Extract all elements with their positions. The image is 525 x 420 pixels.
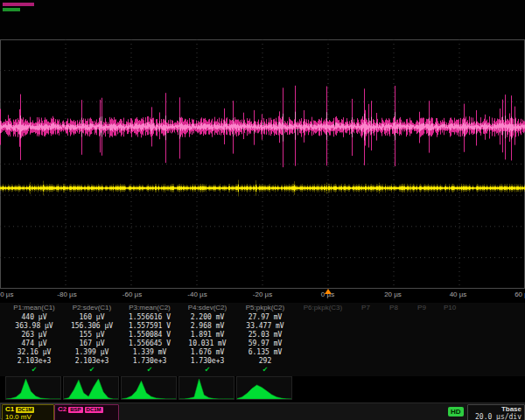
measure-column-4[interactable]: P4:sdev(C2)2.200 mV2.968 mV1.891 mV10.03… [178, 303, 236, 374]
measure-column-3[interactable]: P3:mean(C2)1.556616 V1.557591 V1.550084 … [121, 303, 178, 374]
measure-header[interactable]: P10 [444, 303, 456, 313]
measure-value: 440 µV [22, 313, 47, 322]
trigger-position-marker[interactable] [325, 289, 332, 294]
measure-value: 155 µV [80, 331, 105, 340]
measure-column-2[interactable]: P2:sdev(C1)160 µV156.306 µV155 µV167 µV1… [63, 303, 121, 374]
measure-header[interactable]: P2:sdev(C1) [73, 303, 111, 313]
histicon-4[interactable] [178, 376, 234, 400]
corner-annotation [3, 3, 34, 11]
measure-status-check: ✔ [32, 366, 38, 374]
timebase-label: Tbase [501, 406, 522, 413]
top-strip [0, 0, 525, 39]
measure-value: 2.103e+3 [18, 357, 52, 366]
measure-value: 1.339 mV [133, 348, 167, 357]
measure-status-check: ✔ [205, 366, 211, 374]
channel-c1-scale: 10.0 mV [5, 413, 51, 420]
measure-value: 160 µV [80, 313, 105, 322]
time-label: -40 µs [187, 290, 206, 298]
measure-value: 10.031 mV [188, 340, 226, 348]
time-label: -60 µs [122, 290, 142, 298]
measure-value: 1.556616 V [129, 313, 171, 322]
measure-status-check: ✔ [262, 366, 269, 374]
measure-column-7[interactable]: P7 [352, 303, 380, 313]
measure-value: 156.306 µV [71, 322, 113, 331]
histicon-2[interactable] [63, 376, 119, 400]
time-label: -80 µs [57, 290, 76, 298]
measure-value: 167 µV [80, 340, 105, 348]
measure-value: 6.135 mV [248, 348, 283, 357]
measure-column-6[interactable]: P6:pkpk(C3) [294, 303, 352, 313]
measure-value: 1.557591 V [129, 322, 171, 331]
channel-c1-label: C1 [5, 406, 14, 413]
channel-c2-chips: BSPDC1M [68, 407, 102, 413]
measure-status-check: ✔ [147, 366, 153, 374]
measure-header[interactable]: P9 [417, 303, 426, 313]
measure-value: 263 µV [22, 331, 47, 340]
measure-value: 1.550084 V [129, 331, 171, 340]
measure-table: P1:mean(C1)440 µV363.98 µV263 µV474 µV32… [0, 303, 525, 376]
measure-column-1[interactable]: P1:mean(C1)440 µV363.98 µV263 µV474 µV32… [5, 303, 63, 374]
timebase-value: 20.0 µs/div [475, 413, 522, 420]
histicon-1[interactable] [5, 376, 61, 400]
measure-value: 2.103e+3 [75, 357, 109, 366]
channel-c1-chips: DC1M [16, 407, 34, 413]
descriptor-bar: C1 DC1M 10.0 mV C2 BSPDC1M + HD Tbase 20… [0, 402, 525, 420]
measure-value: 2.200 mV [191, 313, 225, 322]
histogram-shape [6, 377, 60, 399]
measure-value: 474 µV [22, 340, 47, 348]
time-label: -20 µs [253, 290, 272, 298]
measure-header[interactable]: P4:sdev(C2) [188, 303, 227, 313]
corner-annotation-line1 [3, 3, 34, 6]
channel-c1-descriptor[interactable]: C1 DC1M 10.0 mV [2, 404, 54, 420]
measure-header[interactable]: P5:pkpk(C2) [246, 303, 284, 313]
coupling-chip: BSP [68, 407, 82, 413]
histicon-5[interactable] [236, 376, 292, 400]
measure-value: 32.16 µV [18, 348, 52, 357]
measure-column-5[interactable]: P5:pkpk(C2)27.97 mV33.477 mV25.03 mV59.9… [236, 303, 294, 374]
coupling-chip: DC1M [16, 407, 34, 413]
histogram-shape [179, 377, 234, 399]
measure-value: 363.98 µV [15, 322, 52, 331]
measure-value: 2.968 mV [191, 322, 225, 331]
measure-header[interactable]: P3:mean(C2) [129, 303, 171, 313]
measure-header[interactable]: P6:pkpk(C3) [304, 303, 342, 313]
measure-value: 1.891 mV [191, 331, 225, 340]
corner-annotation-line2 [3, 8, 20, 11]
measure-value: 292 [259, 357, 271, 366]
time-label: 60 µs [514, 290, 525, 298]
time-axis: -100 µs-80 µs-60 µs-40 µs-20 µs0 µs20 µs… [0, 290, 525, 302]
channel-c2-descriptor[interactable]: C2 BSPDC1M [54, 404, 119, 420]
measure-value: 25.03 mV [248, 331, 283, 340]
coupling-chip: DC1M [85, 407, 103, 413]
measure-header[interactable]: P7 [361, 303, 370, 313]
measure-value: 1.730e+3 [133, 357, 167, 366]
measure-value: 1.399 µV [75, 348, 109, 357]
time-label: 40 µs [450, 290, 467, 298]
measure-value: 1.556645 V [129, 340, 171, 348]
measure-value: 33.477 mV [246, 322, 284, 331]
histogram-shape [237, 377, 291, 399]
histicon-3[interactable] [121, 376, 177, 400]
measure-column-9[interactable]: P9 [408, 303, 436, 313]
histogram-shape [122, 377, 176, 399]
time-label: 20 µs [384, 290, 402, 298]
measure-status-check: ✔ [89, 366, 95, 374]
waveform-traces [0, 39, 525, 289]
measure-value: 1.676 mV [191, 348, 225, 357]
measure-header[interactable]: P8 [389, 303, 398, 313]
hd-mode-badge[interactable]: HD [448, 407, 464, 416]
waveform-display[interactable] [0, 39, 525, 289]
time-label: -100 µs [0, 290, 13, 298]
measure-header[interactable]: P1:mean(C1) [13, 303, 55, 313]
measure-value: 27.97 mV [248, 313, 283, 322]
measure-value: 1.730e+3 [191, 357, 225, 366]
timebase-descriptor[interactable]: Tbase 20.0 µs/div [467, 404, 525, 420]
histicon-row [5, 376, 292, 400]
measure-column-10[interactable]: P10 [436, 303, 464, 313]
measure-column-8[interactable]: P8 [380, 303, 408, 313]
measure-value: 59.97 mV [248, 340, 283, 348]
channel-c2-label: C2 [58, 406, 66, 413]
histogram-shape [64, 377, 118, 399]
